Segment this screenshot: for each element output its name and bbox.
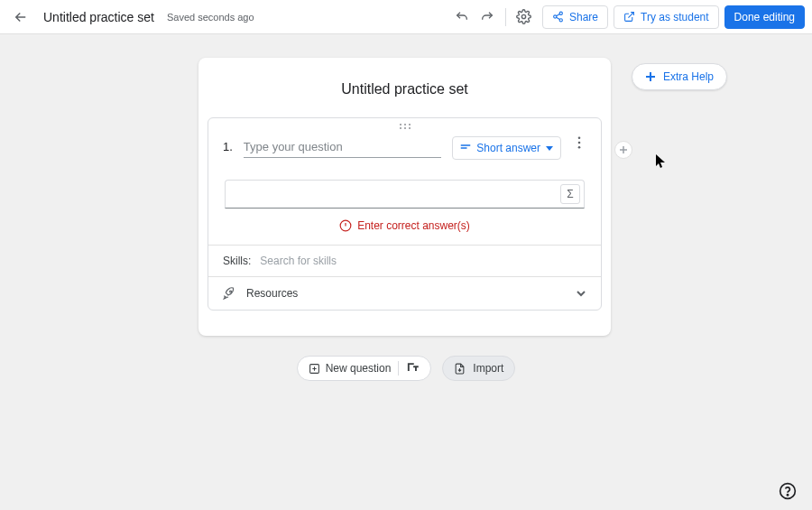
svg-point-17 [787, 495, 788, 496]
add-box-icon [309, 363, 320, 375]
equation-button[interactable]: Σ [560, 184, 580, 204]
text-icon [406, 361, 420, 373]
error-text: Enter correct answer(s) [357, 219, 470, 232]
svg-point-16 [780, 484, 796, 499]
undo-button[interactable] [449, 5, 475, 30]
extra-help-button[interactable]: Extra Help [632, 63, 727, 90]
help-icon [779, 482, 797, 500]
svg-point-9 [409, 127, 411, 129]
divider [398, 361, 399, 376]
more-vert-icon [577, 136, 581, 149]
text-format-button[interactable] [406, 361, 420, 376]
try-label: Try as student [641, 11, 709, 23]
external-icon [623, 11, 635, 23]
skills-label: Skills: [223, 255, 251, 267]
svg-point-11 [578, 142, 581, 144]
import-button[interactable]: Import [442, 356, 515, 381]
plus-icon [619, 145, 628, 154]
share-icon [552, 11, 564, 23]
drag-handle[interactable] [208, 118, 601, 134]
answer-error: Enter correct answer(s) [208, 219, 601, 245]
error-icon [339, 219, 352, 232]
new-question-pill: New question [297, 356, 432, 381]
share-button[interactable]: Share [542, 5, 608, 29]
question-input[interactable] [244, 136, 441, 158]
extra-help-label: Extra Help [663, 70, 714, 83]
app-header: Untitled practice set Saved seconds ago … [0, 0, 812, 34]
saved-status: Saved seconds ago [167, 12, 254, 23]
import-label: Import [473, 362, 503, 375]
bottom-toolbar: New question Import [0, 356, 812, 381]
undo-icon [455, 10, 469, 24]
new-question-button[interactable]: New question [309, 362, 392, 375]
add-question-inline-button[interactable] [614, 141, 632, 159]
svg-point-6 [409, 124, 411, 125]
practice-set-card: Untitled practice set 1. Short answer [198, 58, 611, 336]
import-icon [454, 363, 466, 375]
sigma-icon: Σ [567, 188, 573, 200]
done-label: Done editing [734, 11, 795, 23]
arrow-left-icon [13, 9, 29, 25]
redo-icon [480, 10, 494, 24]
redo-button[interactable] [475, 5, 500, 30]
svg-point-4 [400, 124, 401, 125]
chevron-down-icon [576, 290, 586, 297]
svg-point-5 [404, 124, 406, 125]
svg-point-14 [230, 291, 232, 292]
svg-point-2 [554, 15, 557, 18]
skills-input[interactable] [260, 255, 586, 267]
mouse-cursor [656, 154, 667, 172]
card-title[interactable]: Untitled practice set [198, 58, 611, 117]
done-editing-button[interactable]: Done editing [724, 5, 805, 29]
svg-point-8 [404, 127, 406, 129]
plus-icon [645, 71, 656, 82]
back-button[interactable] [7, 4, 34, 31]
document-title[interactable]: Untitled practice set [43, 10, 154, 24]
drag-icon [399, 123, 411, 130]
resources-row[interactable]: Resources [208, 276, 601, 310]
svg-point-3 [559, 19, 562, 22]
question-card: 1. Short answer Σ Enter correct answer( [208, 117, 602, 311]
svg-point-0 [522, 14, 526, 18]
settings-button[interactable] [512, 5, 537, 30]
skills-row: Skills: [208, 245, 601, 276]
canvas: Untitled practice set 1. Short answer [0, 34, 812, 510]
divider [505, 8, 506, 26]
chevron-down-icon [546, 146, 553, 151]
answer-input[interactable]: Σ [225, 180, 585, 209]
new-question-label: New question [326, 362, 392, 375]
svg-point-10 [578, 136, 581, 139]
question-type-label: Short answer [476, 142, 540, 154]
svg-point-12 [578, 146, 581, 149]
try-as-student-button[interactable]: Try as student [614, 5, 719, 29]
question-type-select[interactable]: Short answer [452, 136, 561, 160]
resources-label: Resources [246, 287, 567, 300]
short-answer-icon [460, 144, 471, 153]
question-more-button[interactable] [572, 136, 586, 149]
gear-icon [516, 9, 531, 24]
svg-point-7 [400, 127, 401, 129]
resources-icon [223, 286, 237, 301]
help-button[interactable] [778, 481, 798, 501]
share-label: Share [569, 11, 598, 23]
svg-point-1 [559, 12, 562, 14]
question-number: 1. [223, 136, 233, 153]
